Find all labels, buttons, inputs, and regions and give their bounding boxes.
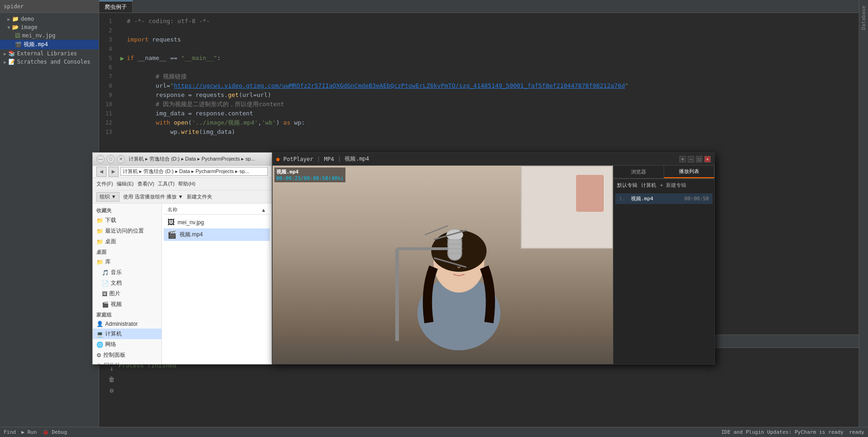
playlist-item-1[interactable]: 1. 视频.mp4 00:00:58 — [615, 193, 713, 204]
plugin-update-text: IDE and Plugin Updates: PyCharm is ready — [721, 429, 844, 435]
run-indicator-icon[interactable]: ▶ — [120, 54, 124, 63]
sort-icon: ▲ — [261, 207, 266, 213]
folder-icon: 📁 — [96, 217, 103, 224]
browser-tab[interactable]: 浏览器 — [613, 166, 664, 178]
sidebar-tree[interactable]: ▶ 📁 demo ▼ 📂 image 🖼 mei_nv.jpg — [0, 13, 99, 427]
forward-button[interactable]: ▶ — [108, 167, 119, 177]
minimize-button[interactable]: — — [688, 156, 694, 162]
maximize-button[interactable]: □ — [107, 155, 115, 163]
sidebar-item-mei-nv[interactable]: 🖼 mei_nv.jpg — [0, 31, 99, 40]
menu-edit[interactable]: 编辑(E) — [117, 180, 134, 187]
folder-icon: 📁 — [96, 259, 103, 265]
sidebar-item-label: 文档 — [111, 279, 122, 287]
clear-icon[interactable]: 🗑 — [108, 376, 115, 383]
menu-file[interactable]: 文件(F) — [96, 180, 113, 187]
video-player-titlebar: ● PotPlayer | MP4 | 视频.mp4 ≡ — □ ✕ — [273, 153, 714, 166]
chevron-right-icon: ▶ — [7, 17, 10, 22]
file-explorer-nav: ◀ ▶ 计算机 ▸ 劳逸结合 (D:) ▸ Data ▸ PycharmProj… — [93, 166, 272, 178]
status-right: IDE and Plugin Updates: PyCharm is ready… — [721, 429, 864, 435]
sidebar-item-label: 桌面 — [105, 238, 116, 245]
code-line-8: 8 url="https://ugcws.video.gtimg.com/uwM… — [99, 81, 859, 90]
file-format: MP4 — [324, 156, 334, 162]
sidebar-libraries[interactable]: 📁 库 — [93, 257, 161, 267]
sidebar-downloads[interactable]: 📁 下载 — [93, 215, 161, 226]
sidebar-videos[interactable]: 🎬 视频 — [93, 299, 161, 310]
file-explorer-content: 收藏夹 📁 下载 📁 最近访问的位置 📁 桌面 桌面 📁 库 🎵 音乐 — [93, 204, 272, 364]
sidebar-item-label: External Libraries — [17, 50, 77, 57]
playlist-tab[interactable]: 播放列表 — [664, 166, 715, 178]
database-panel-label[interactable]: Database — [860, 2, 868, 34]
file-item-video[interactable]: 🎬 视频.mp4 — [164, 228, 270, 241]
back-button[interactable]: ◀ — [96, 167, 107, 177]
chevron-right-icon: ▶ — [4, 51, 6, 56]
sidebar-administrator[interactable]: 👤 Administrator — [93, 319, 161, 329]
project-sidebar: spider ▶ 📁 demo ▼ 📂 image — [0, 0, 99, 427]
mp4-file-icon: 🎬 — [15, 42, 22, 48]
sidebar-recent[interactable]: 📁 最近访问的位置 — [93, 226, 161, 236]
sidebar-docs[interactable]: 📄 文档 — [93, 278, 161, 288]
code-line-12: 12 with open('../image/视频.mp4','wb') as … — [99, 118, 859, 127]
recycle-icon: 🗑 — [96, 363, 102, 365]
computer-label[interactable]: 计算机 — [641, 182, 656, 189]
default-album-label[interactable]: 默认专辑 — [617, 182, 637, 189]
find-label[interactable]: Find — [4, 429, 16, 435]
code-line-7: 7 # 视频链接 — [99, 72, 859, 81]
sidebar-item-label: 控制面板 — [103, 351, 125, 359]
sidebar-item-label: 计算机 — [105, 330, 122, 338]
pin-button[interactable]: ≡ — [679, 156, 686, 162]
library-icon: 📚 — [8, 50, 15, 57]
sidebar-computer[interactable]: 💻 计算机 — [93, 329, 161, 339]
run-label[interactable]: ▶ Run — [22, 429, 37, 435]
file-explorer-sidebar[interactable]: 收藏夹 📁 下载 📁 最近访问的位置 📁 桌面 桌面 📁 库 🎵 音乐 — [93, 204, 162, 364]
sidebar-item-label: 下载 — [105, 216, 116, 224]
sidebar-network[interactable]: 🌐 网络 — [93, 339, 161, 350]
menu-view[interactable]: 查看(V) — [137, 180, 155, 187]
sidebar-pictures[interactable]: 🖼 图片 — [93, 288, 161, 299]
menu-help[interactable]: 帮助(H) — [178, 180, 195, 187]
code-tabs: 爬虫例子 — [99, 0, 859, 13]
video-player-window[interactable]: ● PotPlayer | MP4 | 视频.mp4 ≡ — □ ✕ — [272, 152, 715, 365]
new-album-button[interactable]: + 新建专辑 — [660, 182, 686, 189]
organize-button[interactable]: 组织 ▼ — [96, 192, 119, 202]
sidebar-item-label: 库 — [105, 258, 111, 266]
sidebar-item-demo[interactable]: ▶ 📁 demo — [0, 15, 99, 23]
file-item-mei-nv[interactable]: 🖼 mei_nv.jpg — [164, 216, 270, 228]
maximize-button[interactable]: □ — [696, 156, 702, 162]
video-overlay-info: 视频.mp4 00:00:23/00:00:58(40%) — [274, 168, 345, 182]
settings-icon[interactable]: ⚙ — [110, 387, 113, 394]
minimize-button[interactable]: — — [96, 155, 105, 163]
menu-tools[interactable]: 工具(T) — [158, 180, 174, 187]
sidebar-item-image[interactable]: ▼ 📂 image — [0, 23, 99, 31]
file-list[interactable]: 名称 ▲ 🖼 mei_nv.jpg 🎬 视频.mp4 — [162, 204, 272, 364]
sidebar-desktop-fav[interactable]: 📁 桌面 — [93, 236, 161, 247]
overlay-time: 00:00:23/00:00:58(40%) — [276, 175, 344, 181]
jpg-file-icon: 🖼 — [167, 218, 175, 227]
sidebar-item-video-mp4[interactable]: 🎬 视频.mp4 — [0, 40, 99, 49]
folder-icon: 🎬 — [102, 301, 109, 308]
title-left: ● PotPlayer | MP4 | 视频.mp4 — [276, 155, 369, 163]
sidebar-recycle[interactable]: 🗑 回收站 — [93, 360, 161, 364]
playlist-item-name: 视频.mp4 — [631, 195, 654, 202]
video-frame: 视频.mp4 00:00:23/00:00:58(40%) — [273, 166, 613, 364]
homegroup-section: 家庭组 — [93, 310, 161, 319]
close-button[interactable]: ✕ — [117, 155, 125, 163]
new-folder-button[interactable]: 新建文件夹 — [187, 193, 212, 200]
file-explorer-window[interactable]: — □ ✕ 计算机 ▸ 劳逸结合 (D:) ▸ Data ▸ PycharmPr… — [92, 152, 272, 365]
sidebar-item-label: Administrator — [105, 321, 138, 327]
close-button[interactable]: ✕ — [704, 156, 711, 162]
code-tab-active[interactable]: 爬虫例子 — [99, 0, 133, 12]
sidebar-item-scratches-consoles[interactable]: ▶ 📝 Scratches and Consoles — [0, 58, 99, 66]
sidebar-item-label: demo — [21, 16, 34, 22]
sidebar-item-external-libraries[interactable]: ▶ 📚 External Libraries — [0, 49, 99, 58]
scroll-down-icon[interactable]: ↓ — [110, 365, 113, 372]
playlist-num: 1. — [619, 196, 628, 202]
video-player-main: 视频.mp4 00:00:23/00:00:58(40%) ⏸ ⏹ ⏮ ⏭ 00… — [273, 166, 714, 364]
debug-label[interactable]: 🐞 Debug — [42, 429, 67, 435]
sidebar-control-panel[interactable]: ⚙ 控制面板 — [93, 350, 161, 360]
folder-icon: 📄 — [102, 280, 109, 287]
video-display-area[interactable]: 视频.mp4 00:00:23/00:00:58(40%) ⏸ ⏹ ⏮ ⏭ 00… — [273, 166, 613, 364]
playlist-content[interactable]: 1. 视频.mp4 00:00:58 — [613, 192, 714, 364]
code-line-11: 11 img_data = response.content — [99, 109, 859, 118]
play-button[interactable]: 使用 迅雷播放组件 播放 ▼ — [123, 193, 183, 200]
sidebar-music[interactable]: 🎵 音乐 — [93, 267, 161, 278]
